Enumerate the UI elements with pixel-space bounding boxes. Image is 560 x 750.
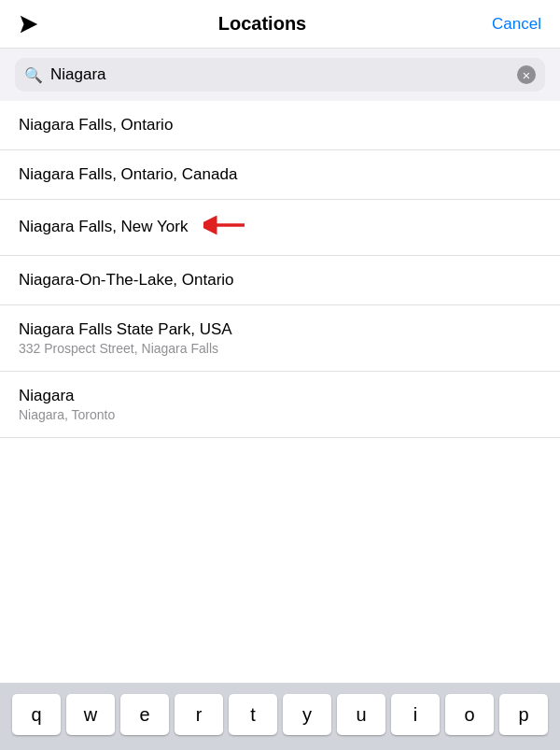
result-primary-text: Niagara Falls State Park, USA xyxy=(19,320,541,339)
result-secondary-text: 332 Prospect Street, Niagara Falls xyxy=(19,341,541,356)
result-primary-text: Niagara Falls, Ontario xyxy=(19,116,541,134)
key-o[interactable]: o xyxy=(445,694,494,735)
svg-marker-0 xyxy=(21,15,37,32)
list-item[interactable]: Niagara Falls, Ontario xyxy=(0,101,560,150)
keyboard-row-1: q w e r t y u i o p xyxy=(6,694,554,735)
key-e[interactable]: e xyxy=(120,694,169,735)
search-icon: 🔍 xyxy=(24,66,43,84)
page-title: Locations xyxy=(49,13,476,35)
key-t[interactable]: t xyxy=(229,694,277,735)
list-item[interactable]: Niagara Niagara, Toronto xyxy=(0,372,560,438)
keyboard: q w e r t y u i o p xyxy=(0,683,560,750)
location-icon xyxy=(19,14,49,35)
key-r[interactable]: r xyxy=(175,694,223,735)
search-bar: 🔍 xyxy=(15,58,545,92)
result-primary-text: Niagara Falls, Ontario, Canada xyxy=(19,165,541,184)
cancel-button[interactable]: Cancel xyxy=(476,15,541,34)
list-item[interactable]: Niagara Falls, New York xyxy=(0,200,560,256)
key-u[interactable]: u xyxy=(337,694,385,735)
list-item[interactable]: Niagara-On-The-Lake, Ontario xyxy=(0,256,560,305)
search-container: 🔍 xyxy=(0,49,560,101)
red-arrow-icon xyxy=(203,215,246,240)
key-y[interactable]: y xyxy=(283,694,331,735)
result-primary-text: Niagara xyxy=(19,387,541,405)
results-list: Niagara Falls, Ontario Niagara Falls, On… xyxy=(0,101,560,438)
search-input[interactable] xyxy=(50,65,510,84)
key-i[interactable]: i xyxy=(391,694,440,735)
list-item[interactable]: Niagara Falls State Park, USA 332 Prospe… xyxy=(0,305,560,372)
list-item[interactable]: Niagara Falls, Ontario, Canada xyxy=(0,150,560,200)
header: Locations Cancel xyxy=(0,0,560,49)
result-primary-text: Niagara-On-The-Lake, Ontario xyxy=(19,271,541,290)
key-p[interactable]: p xyxy=(499,694,548,735)
key-w[interactable]: w xyxy=(66,694,115,735)
result-primary-text: Niagara Falls, New York xyxy=(19,215,541,240)
search-clear-button[interactable] xyxy=(517,65,536,84)
result-secondary-text: Niagara, Toronto xyxy=(19,407,541,422)
key-q[interactable]: q xyxy=(12,694,61,735)
